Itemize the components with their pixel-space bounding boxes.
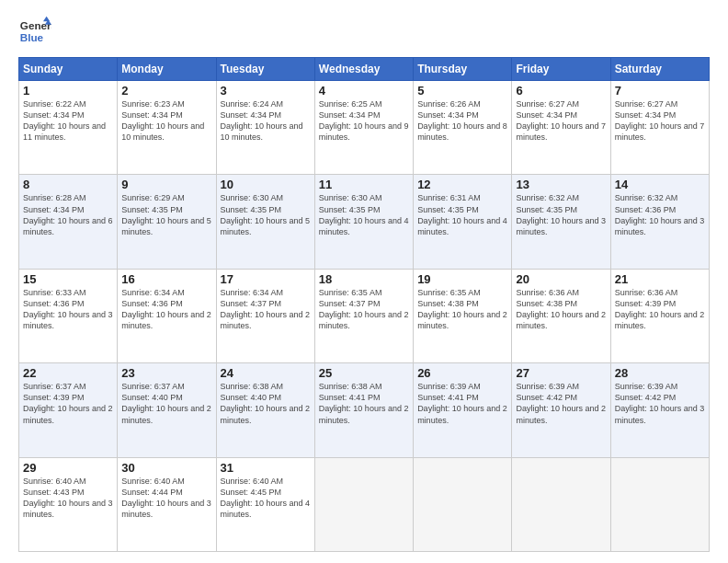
cell-info: Sunrise: 6:28 AMSunset: 4:34 PMDaylight:… xyxy=(23,193,113,236)
calendar-cell: 24 Sunrise: 6:38 AMSunset: 4:40 PMDaylig… xyxy=(216,363,314,457)
calendar-cell: 9 Sunrise: 6:29 AMSunset: 4:35 PMDayligh… xyxy=(118,175,216,269)
calendar-week-row: 1 Sunrise: 6:22 AMSunset: 4:34 PMDayligh… xyxy=(19,81,710,175)
day-number: 21 xyxy=(615,272,705,286)
day-number: 28 xyxy=(615,366,705,380)
calendar-cell xyxy=(610,457,709,551)
day-number: 13 xyxy=(516,178,606,191)
day-number: 6 xyxy=(516,84,606,98)
calendar-cell: 10 Sunrise: 6:30 AMSunset: 4:35 PMDaylig… xyxy=(216,175,314,269)
day-number: 29 xyxy=(23,461,113,475)
cell-info: Sunrise: 6:39 AMSunset: 4:42 PMDaylight:… xyxy=(615,382,705,424)
calendar-cell xyxy=(314,457,413,551)
day-number: 31 xyxy=(221,461,311,475)
cell-info: Sunrise: 6:34 AMSunset: 4:37 PMDaylight:… xyxy=(221,288,311,330)
calendar-week-row: 15 Sunrise: 6:33 AMSunset: 4:36 PMDaylig… xyxy=(19,269,710,362)
calendar-cell: 28 Sunrise: 6:39 AMSunset: 4:42 PMDaylig… xyxy=(610,363,709,457)
cell-info: Sunrise: 6:31 AMSunset: 4:35 PMDaylight:… xyxy=(417,193,507,236)
calendar-cell: 22 Sunrise: 6:37 AMSunset: 4:39 PMDaylig… xyxy=(19,363,118,457)
day-number: 16 xyxy=(121,272,211,286)
calendar-cell: 25 Sunrise: 6:38 AMSunset: 4:41 PMDaylig… xyxy=(314,363,413,457)
day-number: 27 xyxy=(516,366,606,380)
calendar-cell: 23 Sunrise: 6:37 AMSunset: 4:40 PMDaylig… xyxy=(118,363,216,457)
cell-info: Sunrise: 6:36 AMSunset: 4:38 PMDaylight:… xyxy=(516,288,606,330)
calendar-cell: 11 Sunrise: 6:30 AMSunset: 4:35 PMDaylig… xyxy=(314,175,413,269)
cell-info: Sunrise: 6:33 AMSunset: 4:36 PMDaylight:… xyxy=(23,288,113,330)
day-number: 8 xyxy=(23,178,113,191)
calendar-cell: 21 Sunrise: 6:36 AMSunset: 4:39 PMDaylig… xyxy=(610,269,709,362)
cell-info: Sunrise: 6:30 AMSunset: 4:35 PMDaylight:… xyxy=(319,193,409,236)
day-number: 23 xyxy=(121,366,211,380)
calendar-cell xyxy=(414,457,512,551)
day-number: 22 xyxy=(23,366,113,380)
page: General Blue SundayMondayTuesdayWednesda… xyxy=(0,0,728,563)
cell-info: Sunrise: 6:22 AMSunset: 4:34 PMDaylight:… xyxy=(23,99,106,142)
day-number: 30 xyxy=(121,461,211,475)
calendar-cell: 4 Sunrise: 6:25 AMSunset: 4:34 PMDayligh… xyxy=(314,81,413,175)
cell-info: Sunrise: 6:30 AMSunset: 4:35 PMDaylight:… xyxy=(221,193,311,236)
column-header-thursday: Thursday xyxy=(414,58,512,81)
day-number: 19 xyxy=(417,272,507,286)
day-number: 10 xyxy=(221,178,311,191)
day-number: 1 xyxy=(23,84,113,98)
cell-info: Sunrise: 6:40 AMSunset: 4:43 PMDaylight:… xyxy=(23,477,113,519)
day-number: 18 xyxy=(319,272,409,286)
cell-info: Sunrise: 6:36 AMSunset: 4:39 PMDaylight:… xyxy=(615,288,705,330)
calendar-cell: 14 Sunrise: 6:32 AMSunset: 4:36 PMDaylig… xyxy=(610,175,709,269)
day-number: 17 xyxy=(221,272,311,286)
calendar-cell: 26 Sunrise: 6:39 AMSunset: 4:41 PMDaylig… xyxy=(414,363,512,457)
calendar-cell: 6 Sunrise: 6:27 AMSunset: 4:34 PMDayligh… xyxy=(512,81,610,175)
calendar-cell: 3 Sunrise: 6:24 AMSunset: 4:34 PMDayligh… xyxy=(216,81,314,175)
day-number: 14 xyxy=(615,178,705,191)
calendar-cell: 12 Sunrise: 6:31 AMSunset: 4:35 PMDaylig… xyxy=(414,175,512,269)
cell-info: Sunrise: 6:27 AMSunset: 4:34 PMDaylight:… xyxy=(516,99,606,142)
calendar-week-row: 29 Sunrise: 6:40 AMSunset: 4:43 PMDaylig… xyxy=(19,457,710,551)
cell-info: Sunrise: 6:38 AMSunset: 4:41 PMDaylight:… xyxy=(319,382,409,424)
day-number: 25 xyxy=(319,366,409,380)
calendar-week-row: 22 Sunrise: 6:37 AMSunset: 4:39 PMDaylig… xyxy=(19,363,710,457)
calendar-table: SundayMondayTuesdayWednesdayThursdayFrid… xyxy=(18,57,710,552)
cell-info: Sunrise: 6:39 AMSunset: 4:42 PMDaylight:… xyxy=(516,382,606,424)
calendar-cell: 5 Sunrise: 6:26 AMSunset: 4:34 PMDayligh… xyxy=(414,81,512,175)
calendar-cell: 27 Sunrise: 6:39 AMSunset: 4:42 PMDaylig… xyxy=(512,363,610,457)
calendar-cell: 7 Sunrise: 6:27 AMSunset: 4:34 PMDayligh… xyxy=(610,81,709,175)
header: General Blue xyxy=(18,15,710,48)
day-number: 7 xyxy=(615,84,705,98)
cell-info: Sunrise: 6:23 AMSunset: 4:34 PMDaylight:… xyxy=(121,99,204,142)
calendar-cell: 20 Sunrise: 6:36 AMSunset: 4:38 PMDaylig… xyxy=(512,269,610,362)
cell-info: Sunrise: 6:25 AMSunset: 4:34 PMDaylight:… xyxy=(319,99,409,142)
day-number: 24 xyxy=(221,366,311,380)
column-header-tuesday: Tuesday xyxy=(216,58,314,81)
svg-text:Blue: Blue xyxy=(20,31,44,43)
calendar-cell: 29 Sunrise: 6:40 AMSunset: 4:43 PMDaylig… xyxy=(19,457,118,551)
cell-info: Sunrise: 6:26 AMSunset: 4:34 PMDaylight:… xyxy=(417,99,507,142)
cell-info: Sunrise: 6:34 AMSunset: 4:36 PMDaylight:… xyxy=(121,288,211,330)
calendar-cell: 17 Sunrise: 6:34 AMSunset: 4:37 PMDaylig… xyxy=(216,269,314,362)
day-number: 9 xyxy=(121,178,211,191)
cell-info: Sunrise: 6:35 AMSunset: 4:37 PMDaylight:… xyxy=(319,288,409,330)
day-number: 11 xyxy=(319,178,409,191)
calendar-cell xyxy=(512,457,610,551)
cell-info: Sunrise: 6:38 AMSunset: 4:40 PMDaylight:… xyxy=(221,382,311,424)
calendar-cell: 13 Sunrise: 6:32 AMSunset: 4:35 PMDaylig… xyxy=(512,175,610,269)
column-header-saturday: Saturday xyxy=(610,58,709,81)
calendar-week-row: 8 Sunrise: 6:28 AMSunset: 4:34 PMDayligh… xyxy=(19,175,710,269)
cell-info: Sunrise: 6:37 AMSunset: 4:40 PMDaylight:… xyxy=(121,382,211,424)
column-header-sunday: Sunday xyxy=(19,58,118,81)
cell-info: Sunrise: 6:32 AMSunset: 4:35 PMDaylight:… xyxy=(516,193,606,236)
calendar-cell: 2 Sunrise: 6:23 AMSunset: 4:34 PMDayligh… xyxy=(118,81,216,175)
calendar-cell: 16 Sunrise: 6:34 AMSunset: 4:36 PMDaylig… xyxy=(118,269,216,362)
logo: General Blue xyxy=(18,15,51,48)
calendar-header-row: SundayMondayTuesdayWednesdayThursdayFrid… xyxy=(19,58,710,81)
day-number: 15 xyxy=(23,272,113,286)
cell-info: Sunrise: 6:27 AMSunset: 4:34 PMDaylight:… xyxy=(615,99,705,142)
cell-info: Sunrise: 6:40 AMSunset: 4:45 PMDaylight:… xyxy=(221,477,311,519)
cell-info: Sunrise: 6:29 AMSunset: 4:35 PMDaylight:… xyxy=(121,193,211,236)
calendar-cell: 31 Sunrise: 6:40 AMSunset: 4:45 PMDaylig… xyxy=(216,457,314,551)
day-number: 26 xyxy=(417,366,507,380)
calendar-cell: 8 Sunrise: 6:28 AMSunset: 4:34 PMDayligh… xyxy=(19,175,118,269)
cell-info: Sunrise: 6:24 AMSunset: 4:34 PMDaylight:… xyxy=(221,99,303,142)
day-number: 3 xyxy=(221,84,311,98)
calendar-cell: 19 Sunrise: 6:35 AMSunset: 4:38 PMDaylig… xyxy=(414,269,512,362)
column-header-wednesday: Wednesday xyxy=(314,58,413,81)
logo-icon: General Blue xyxy=(18,15,51,48)
